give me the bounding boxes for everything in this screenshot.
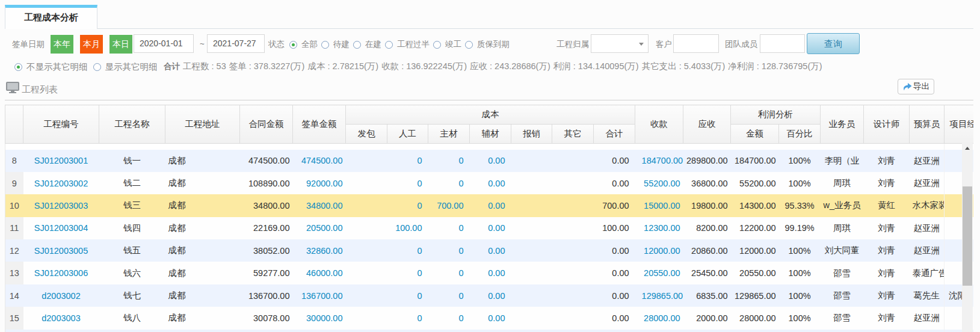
summary-item: 收款 : 136.922245(万) bbox=[381, 61, 467, 71]
cell-labor[interactable]: 0 bbox=[387, 172, 428, 194]
search-button[interactable]: 查询 bbox=[807, 33, 860, 54]
col-profit_group: 利润分析 bbox=[731, 105, 821, 124]
table-row[interactable]: 10SJ012003003钱三成都34800.0034800.000700.00… bbox=[5, 194, 974, 217]
cell-labor[interactable]: 0 bbox=[387, 150, 428, 172]
tab-bar-divider bbox=[5, 28, 973, 29]
this-month-button[interactable]: 本月 bbox=[80, 35, 103, 54]
cell-code[interactable]: SJ012003006 bbox=[23, 262, 99, 284]
radio-icon[interactable] bbox=[465, 41, 473, 49]
cell-other bbox=[552, 239, 594, 262]
customer-input[interactable] bbox=[673, 34, 719, 53]
this-year-button[interactable]: 本年 bbox=[51, 35, 73, 54]
cell-received[interactable]: 28000.00 bbox=[635, 307, 683, 329]
detail-option-0[interactable]: 不显示其它明细 bbox=[14, 61, 88, 73]
cell-auxiliary[interactable]: 0.00 bbox=[470, 150, 511, 172]
cell-auxiliary[interactable]: 0.00 bbox=[470, 239, 511, 262]
cell-num: 11 bbox=[5, 217, 23, 239]
cell-auxiliary[interactable]: 0.00 bbox=[470, 217, 511, 239]
table-row[interactable]: 12SJ012003005钱五成都38052.0032860.00000.000… bbox=[5, 239, 974, 262]
status-label: 状态 bbox=[268, 39, 285, 50]
cell-material[interactable]: 700.00 bbox=[428, 194, 470, 217]
cell-labor[interactable]: 0 bbox=[387, 194, 428, 217]
date-to-input[interactable]: 2021-07-27 bbox=[207, 34, 265, 53]
cell-material[interactable]: 0 bbox=[428, 150, 470, 172]
cell-signed[interactable]: 46000.00 bbox=[293, 262, 346, 284]
cell-received[interactable]: 20550.00 bbox=[635, 262, 683, 284]
table-row[interactable]: 15d2003003钱八成都30078.0030000.00000.000.00… bbox=[5, 307, 974, 329]
status-option-1[interactable]: 待建 bbox=[321, 39, 350, 50]
cell-name: 钱一 bbox=[99, 150, 165, 172]
export-button[interactable]: 导出 bbox=[898, 79, 934, 94]
cell-labor[interactable]: 0 bbox=[387, 284, 428, 307]
cell-contract: 22169.00 bbox=[240, 217, 293, 239]
radio-icon[interactable] bbox=[93, 63, 101, 71]
cell-auxiliary[interactable]: 0.00 bbox=[470, 172, 511, 194]
scroll-up-icon[interactable] bbox=[962, 143, 973, 153]
status-option-5[interactable]: 质保到期 bbox=[465, 39, 510, 50]
cell-material[interactable]: 0 bbox=[428, 307, 470, 329]
cell-addr: 成都 bbox=[165, 172, 240, 194]
col-other: 其它 bbox=[552, 124, 594, 144]
cell-code[interactable]: SJ012003003 bbox=[23, 194, 99, 217]
cell-signed[interactable]: 474500.00 bbox=[293, 150, 346, 172]
cell-labor[interactable]: 0 bbox=[387, 262, 428, 284]
belong-select[interactable] bbox=[591, 34, 649, 53]
status-option-3[interactable]: 工程过半 bbox=[385, 39, 430, 50]
cell-code[interactable]: d2003002 bbox=[23, 284, 99, 307]
cell-auxiliary[interactable]: 0.00 bbox=[470, 262, 511, 284]
radio-icon[interactable] bbox=[433, 41, 441, 49]
cell-received[interactable]: 55200.00 bbox=[635, 172, 683, 194]
cell-received[interactable]: 15000.00 bbox=[635, 194, 683, 217]
cell-code[interactable]: SJ012003001 bbox=[23, 150, 99, 172]
cell-signed[interactable]: 92000.00 bbox=[293, 172, 346, 194]
cell-code[interactable]: SJ012003004 bbox=[23, 217, 99, 239]
cell-other bbox=[552, 284, 594, 307]
cell-material[interactable]: 0 bbox=[428, 217, 470, 239]
detail-option-1[interactable]: 显示其它明细 bbox=[93, 61, 158, 73]
cell-labor[interactable]: 100.00 bbox=[387, 217, 428, 239]
radio-icon[interactable] bbox=[14, 63, 22, 71]
cell-signed[interactable]: 136700.00 bbox=[293, 284, 346, 307]
date-from-input[interactable]: 2020-01-01 bbox=[134, 34, 194, 53]
cell-code[interactable]: SJ012003005 bbox=[23, 239, 99, 262]
team-input[interactable] bbox=[760, 34, 805, 53]
radio-icon[interactable] bbox=[289, 41, 297, 49]
cell-material[interactable]: 0 bbox=[428, 239, 470, 262]
cell-code[interactable]: d2003003 bbox=[23, 307, 99, 329]
radio-icon[interactable] bbox=[353, 41, 361, 49]
tab-project-cost-analysis[interactable]: 工程成本分析 bbox=[5, 5, 97, 29]
cell-auxiliary[interactable]: 0.00 bbox=[470, 194, 511, 217]
cell-material[interactable]: 0 bbox=[428, 262, 470, 284]
cell-labor[interactable]: 0 bbox=[387, 239, 428, 262]
status-option-4[interactable]: 竣工 bbox=[433, 39, 461, 50]
cell-code[interactable]: SJ012003002 bbox=[23, 172, 99, 194]
table-row[interactable]: 14d2003002钱七成都136700.00136700.00000.000.… bbox=[5, 284, 974, 307]
table-row[interactable]: 13SJ012003006钱六成都59277.0046000.00000.000… bbox=[5, 262, 974, 284]
cell-auxiliary[interactable]: 0.00 bbox=[470, 307, 511, 329]
cell-signed[interactable]: 20500.00 bbox=[293, 217, 346, 239]
cell-auxiliary[interactable]: 0.00 bbox=[470, 284, 511, 307]
cell-signed[interactable]: 34800.00 bbox=[293, 194, 346, 217]
cell-received[interactable]: 129865.00 bbox=[635, 284, 683, 307]
cell-signed[interactable]: 30000.00 bbox=[293, 307, 346, 329]
cell-salesman: 李明（业 bbox=[821, 150, 864, 172]
status-option-2[interactable]: 在建 bbox=[353, 39, 381, 50]
cell-signed[interactable]: 32860.00 bbox=[293, 239, 346, 262]
cell-contract: 30078.00 bbox=[240, 307, 293, 329]
radio-icon[interactable] bbox=[385, 41, 393, 49]
vertical-scrollbar[interactable] bbox=[962, 143, 973, 332]
cell-labor[interactable]: 0 bbox=[387, 307, 428, 329]
table-row[interactable]: 9SJ012003002钱二成都108890.0092000.00000.000… bbox=[5, 172, 974, 194]
scroll-thumb[interactable] bbox=[963, 186, 972, 286]
cell-other bbox=[552, 262, 594, 284]
cell-material[interactable]: 0 bbox=[428, 172, 470, 194]
cell-received[interactable]: 12300.00 bbox=[635, 217, 683, 239]
radio-icon[interactable] bbox=[321, 41, 329, 49]
table-row[interactable]: 8SJ012003001钱一成都474500.00474500.00000.00… bbox=[5, 150, 974, 172]
status-option-0[interactable]: 全部 bbox=[289, 39, 318, 50]
cell-material[interactable]: 0 bbox=[428, 284, 470, 307]
this-day-button[interactable]: 本日 bbox=[109, 35, 132, 54]
table-row[interactable]: 11SJ012003004钱四成都22169.0020500.00100.000… bbox=[5, 217, 974, 239]
cell-received[interactable]: 12000.00 bbox=[635, 239, 683, 262]
cell-received[interactable]: 184700.00 bbox=[635, 150, 683, 172]
